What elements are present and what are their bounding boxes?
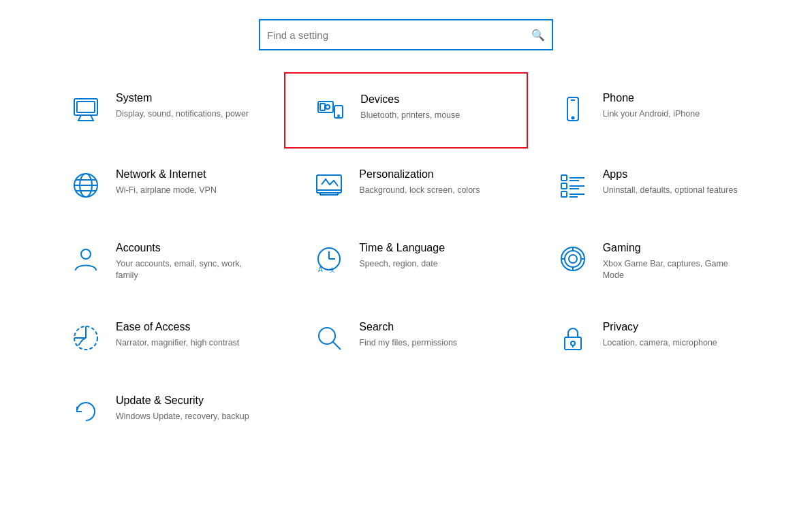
apps-icon [555, 168, 591, 203]
setting-title-ease: Ease of Access [116, 320, 239, 335]
setting-text-phone: PhoneLink your Android, iPhone [603, 91, 700, 120]
svg-text:A: A [318, 266, 323, 273]
svg-point-39 [565, 251, 581, 267]
svg-line-49 [333, 342, 341, 350]
setting-item-accounts[interactable]: AccountsYour accounts, email, sync, work… [41, 222, 284, 301]
setting-desc-time: Speech, region, date [359, 258, 445, 270]
svg-point-48 [319, 328, 335, 344]
svg-point-7 [326, 105, 330, 109]
setting-title-gaming: Gaming [603, 241, 751, 256]
setting-text-privacy: PrivacyLocation, camera, microphone [603, 320, 717, 349]
setting-desc-search: Find my files, permissions [359, 337, 457, 350]
setting-text-system: SystemDisplay, sound, notifications, pow… [116, 91, 249, 120]
setting-text-search: SearchFind my files, permissions [359, 320, 457, 349]
search-input[interactable] [267, 29, 531, 41]
gaming-icon [555, 241, 591, 277]
update-icon [68, 394, 104, 429]
setting-desc-devices: Bluetooth, printers, mouse [360, 110, 460, 122]
setting-title-privacy: Privacy [603, 320, 717, 335]
setting-item-update[interactable]: Update & SecurityWindows Update, recover… [41, 375, 284, 448]
search-box: 🔍 [259, 19, 553, 50]
setting-item-devices[interactable]: DevicesBluetooth, printers, mouse [284, 72, 527, 149]
system-icon [68, 91, 104, 127]
setting-desc-apps: Uninstall, defaults, optional features [603, 185, 738, 197]
privacy-icon [555, 320, 591, 356]
phone-icon [555, 91, 591, 127]
svg-point-9 [338, 115, 339, 117]
setting-item-search[interactable]: SearchFind my files, permissions [284, 301, 527, 375]
svg-line-2 [91, 115, 93, 121]
setting-desc-system: Display, sound, notifications, power [116, 108, 249, 121]
setting-item-personalization[interactable]: PersonalizationBackground, lock screen, … [284, 149, 527, 222]
setting-desc-personalization: Background, lock screen, colors [359, 185, 480, 197]
setting-item-apps[interactable]: AppsUninstall, defaults, optional featur… [528, 149, 771, 222]
setting-title-search: Search [359, 320, 457, 335]
setting-item-gaming[interactable]: GamingXbox Game Bar, captures, Game Mode [528, 222, 771, 301]
search-setting-icon [311, 320, 347, 356]
setting-text-devices: DevicesBluetooth, printers, mouse [360, 93, 460, 121]
setting-text-time: Time & LanguageSpeech, region, date [359, 241, 445, 270]
setting-title-network: Network & Internet [116, 168, 217, 182]
svg-rect-23 [561, 175, 567, 181]
svg-rect-6 [320, 104, 325, 110]
setting-item-phone[interactable]: PhoneLink your Android, iPhone [528, 72, 771, 149]
devices-icon [313, 93, 348, 128]
setting-desc-network: Wi-Fi, airplane mode, VPN [116, 185, 217, 197]
svg-point-32 [81, 249, 91, 259]
setting-desc-phone: Link your Android, iPhone [603, 108, 700, 121]
setting-text-network: Network & InternetWi-Fi, airplane mode, … [116, 168, 217, 196]
svg-text:文: 文 [330, 267, 335, 273]
setting-title-devices: Devices [360, 93, 460, 107]
setting-item-privacy[interactable]: PrivacyLocation, camera, microphone [528, 301, 771, 375]
svg-rect-25 [561, 191, 567, 197]
ease-icon [68, 320, 104, 356]
setting-title-phone: Phone [603, 91, 700, 106]
personalization-icon [311, 168, 347, 203]
setting-title-apps: Apps [603, 168, 738, 182]
setting-desc-accounts: Your accounts, email, sync, work, family [116, 258, 264, 282]
svg-rect-50 [565, 337, 581, 350]
setting-desc-update: Windows Update, recovery, backup [116, 411, 249, 423]
svg-line-1 [78, 115, 81, 121]
setting-text-personalization: PersonalizationBackground, lock screen, … [359, 168, 480, 196]
setting-item-system[interactable]: SystemDisplay, sound, notifications, pow… [41, 72, 284, 149]
setting-item-ease[interactable]: Ease of AccessNarrator, magnifier, high … [41, 301, 284, 375]
setting-desc-privacy: Location, camera, microphone [603, 337, 717, 350]
setting-title-personalization: Personalization [359, 168, 480, 182]
setting-title-system: System [116, 91, 249, 106]
setting-text-apps: AppsUninstall, defaults, optional featur… [603, 168, 738, 196]
setting-title-accounts: Accounts [116, 241, 264, 256]
setting-item-network[interactable]: Network & InternetWi-Fi, airplane mode, … [41, 149, 284, 222]
svg-rect-24 [561, 183, 567, 189]
setting-desc-gaming: Xbox Game Bar, captures, Game Mode [603, 258, 751, 282]
setting-text-gaming: GamingXbox Game Bar, captures, Game Mode [603, 241, 751, 282]
search-icon: 🔍 [531, 29, 545, 42]
setting-text-ease: Ease of AccessNarrator, magnifier, high … [116, 320, 239, 349]
settings-grid: SystemDisplay, sound, notifications, pow… [0, 72, 812, 448]
setting-title-update: Update & Security [116, 394, 249, 408]
svg-point-51 [571, 341, 575, 345]
search-container: 🔍 [0, 0, 812, 72]
setting-item-time[interactable]: A 文 Time & LanguageSpeech, region, date [284, 222, 527, 301]
setting-title-time: Time & Language [359, 241, 445, 256]
svg-point-12 [572, 117, 574, 119]
svg-rect-4 [77, 102, 95, 112]
setting-text-update: Update & SecurityWindows Update, recover… [116, 394, 249, 422]
setting-desc-ease: Narrator, magnifier, high contrast [116, 337, 239, 350]
svg-point-40 [569, 255, 577, 263]
accounts-icon [68, 241, 104, 277]
setting-text-accounts: AccountsYour accounts, email, sync, work… [116, 241, 264, 282]
time-icon: A 文 [311, 241, 347, 277]
network-icon [68, 168, 104, 203]
